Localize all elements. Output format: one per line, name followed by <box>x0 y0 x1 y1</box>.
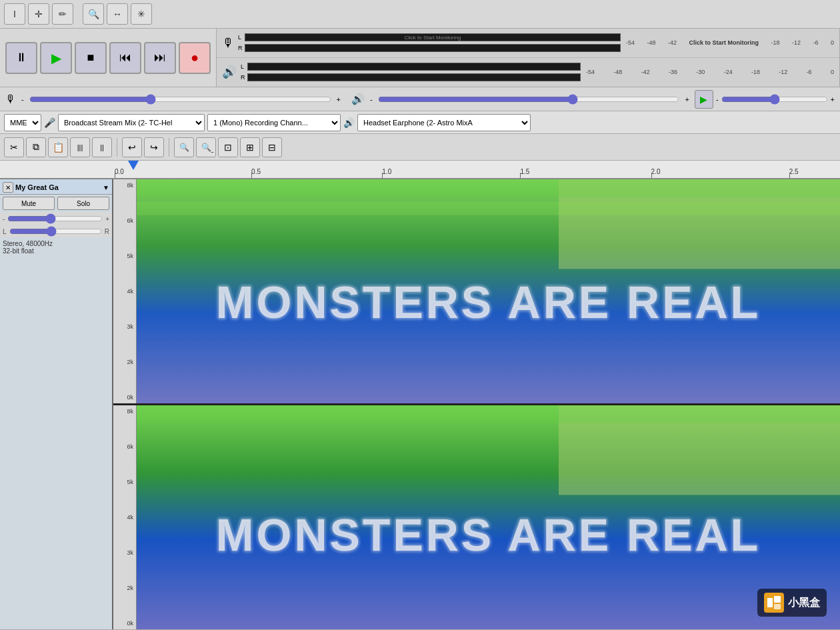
timeshift-tool[interactable]: ↔ <box>107 3 128 25</box>
main-track-area: ✕ My Great Ga ▼ Mute Solo - + L R Stereo… <box>0 179 840 629</box>
spectrogram-canvas-bottom[interactable]: MONSTERS ARE REAL MONSTERS ARE REAL <box>137 405 840 629</box>
record-button[interactable]: ● <box>179 42 211 74</box>
track-dropdown-arrow[interactable]: ▼ <box>103 184 109 191</box>
solo-button[interactable]: Solo <box>57 197 109 210</box>
skip-start-button[interactable]: ⏮ <box>109 42 141 74</box>
svg-rect-12 <box>774 604 781 609</box>
ruler-mark-05: 0.5 <box>251 168 261 175</box>
stop-button[interactable]: ■ <box>75 42 107 74</box>
vol-minus-label: - <box>370 95 373 103</box>
channel-select[interactable]: 1 (Mono) Recording Chann... <box>207 114 341 131</box>
ruler-line-0 <box>115 173 115 178</box>
track-close-button[interactable]: ✕ <box>3 182 13 193</box>
divider1 <box>117 138 117 157</box>
spectrogram-bottom-channel: 8k 6k 5k 4k 3k 2k 0k <box>113 405 840 629</box>
zoom-out-button[interactable]: 🔍− <box>196 137 216 157</box>
ruler-line-20 <box>651 173 652 178</box>
play-button[interactable]: ▶ <box>40 42 72 74</box>
ruler-mark-10: 1.0 <box>382 168 391 175</box>
freq-4k-top: 4k <box>115 288 135 295</box>
redo-button[interactable]: ↪ <box>144 137 164 157</box>
freq-4k-bottom: 4k <box>115 514 135 521</box>
spectrogram-area: 8k 6k 5k 4k 3k 2k 0k <box>113 179 840 629</box>
play-icon: ▶ <box>51 50 61 66</box>
selection-tool[interactable]: I <box>4 3 25 25</box>
freq-3k-bottom: 3k <box>115 549 135 556</box>
svg-rect-4 <box>137 179 840 197</box>
audio-host-select[interactable]: MME <box>4 114 41 131</box>
multi-tool[interactable]: ✛ <box>28 3 49 25</box>
sliders-row: 🎙 - + 🔊 - + ▶ - + <box>0 87 840 111</box>
svg-rect-5 <box>137 202 840 215</box>
gain-plus-label: + <box>105 215 109 223</box>
mic-plus-label: + <box>337 95 341 103</box>
zoom-toggle-button[interactable]: ⊟ <box>262 137 282 157</box>
freq-labels-bottom: 8k 6k 5k 4k 3k 2k 0k <box>113 405 137 629</box>
fit-selection-button[interactable]: ⊡ <box>218 137 238 157</box>
svg-rect-8 <box>137 405 840 629</box>
timeline-ruler: 0.0 0.5 1.0 1.5 2.0 2.5 <box>0 161 840 179</box>
output-l-label: L <box>241 63 246 70</box>
watermark: 小黑盒 <box>757 589 827 617</box>
track-gain-slider[interactable] <box>7 214 103 223</box>
freq-labels-top: 8k 6k 5k 4k 3k 2k 0k <box>113 179 137 403</box>
mic-gain-slider[interactable] <box>29 95 331 104</box>
freq-3k-top: 3k <box>115 323 135 330</box>
freq-0k-bottom: 0k <box>115 620 135 627</box>
input-r-label: R <box>238 45 243 51</box>
ruler-line-10 <box>382 173 383 178</box>
pause-button[interactable]: ⏸ <box>5 42 37 74</box>
tools-toolbar: I ✛ ✏ 🔍 ↔ ✳ <box>0 0 840 28</box>
spectrogram-svg-top: MONSTERS ARE REAL MONSTERS ARE REAL <box>137 179 840 403</box>
input-mic-icon: 🎤 <box>44 117 55 128</box>
silence-button[interactable]: || <box>92 137 112 157</box>
pause-icon: ⏸ <box>15 51 27 65</box>
track-info: Stereo, 48000Hz 32-bit float <box>0 237 112 629</box>
pb-minus: - <box>716 95 719 103</box>
spectrogram-canvas-top[interactable]: MONSTERS ARE REAL MONSTERS ARE REAL <box>137 179 840 403</box>
zoom-in-button[interactable]: 🔍 <box>174 137 194 157</box>
pan-right-label: R <box>105 228 109 235</box>
trim-button[interactable]: ||| <box>70 137 90 157</box>
playback-speed-slider[interactable] <box>721 95 828 103</box>
bit-depth-info: 32-bit float <box>3 247 109 255</box>
input-l-label: L <box>238 34 243 41</box>
cut-button[interactable]: ✂ <box>4 137 24 157</box>
ruler-mark-20: 2.0 <box>651 168 661 175</box>
ruler-content: 0.0 0.5 1.0 1.5 2.0 2.5 <box>113 161 840 178</box>
ruler-line-15 <box>520 173 521 178</box>
playback-play-button[interactable]: ▶ <box>695 90 713 109</box>
svg-rect-9 <box>137 405 840 423</box>
skip-end-button[interactable]: ⏭ <box>144 42 176 74</box>
gain-row: - + <box>0 212 112 225</box>
fit-project-button[interactable]: ⊞ <box>240 137 260 157</box>
input-device-select[interactable]: Broadcast Stream Mix (2- TC-Hel <box>58 114 205 131</box>
copy-button[interactable]: ⧉ <box>26 137 46 157</box>
zoom-tool[interactable]: 🔍 <box>83 3 104 25</box>
transport-section: ⏸ ▶ ■ ⏮ ⏭ ● 🎙 L Click to <box>0 29 840 87</box>
mute-button[interactable]: Mute <box>3 197 55 210</box>
output-speaker-icon: 🔊 <box>343 117 355 128</box>
spectrogram-svg-bottom: MONSTERS ARE REAL MONSTERS ARE REAL <box>137 405 840 629</box>
vol-plus-label: + <box>685 95 689 103</box>
svg-rect-11 <box>774 596 781 603</box>
undo-button[interactable]: ↩ <box>122 137 142 157</box>
envelope-tool[interactable]: ✳ <box>131 3 152 25</box>
ruler-line-25 <box>789 173 790 178</box>
skip-start-icon: ⏮ <box>119 51 131 65</box>
paste-button[interactable]: 📋 <box>48 137 68 157</box>
monitoring-label[interactable]: Click to Start Monitoring <box>246 35 619 41</box>
volume-slider[interactable] <box>378 95 680 104</box>
track-pan-slider[interactable] <box>9 227 102 236</box>
mic-icon: 🎙 <box>5 93 16 105</box>
edit-tools-row: ✂ ⧉ 📋 ||| || ↩ ↪ 🔍 🔍− ⊡ ⊞ ⊟ <box>0 134 840 161</box>
pan-left-label: L <box>3 228 7 235</box>
draw-tool[interactable]: ✏ <box>52 3 73 25</box>
speaker-icon: 🔊 <box>351 93 365 105</box>
freq-6k-bottom: 6k <box>115 443 135 450</box>
watermark-text: 小黑盒 <box>788 596 820 610</box>
ruler-mark-0: 0.0 <box>115 168 124 175</box>
ruler-line-05 <box>251 173 252 178</box>
pan-row: L R <box>0 225 112 237</box>
output-device-select[interactable]: Headset Earphone (2- Astro MixA <box>357 114 531 131</box>
